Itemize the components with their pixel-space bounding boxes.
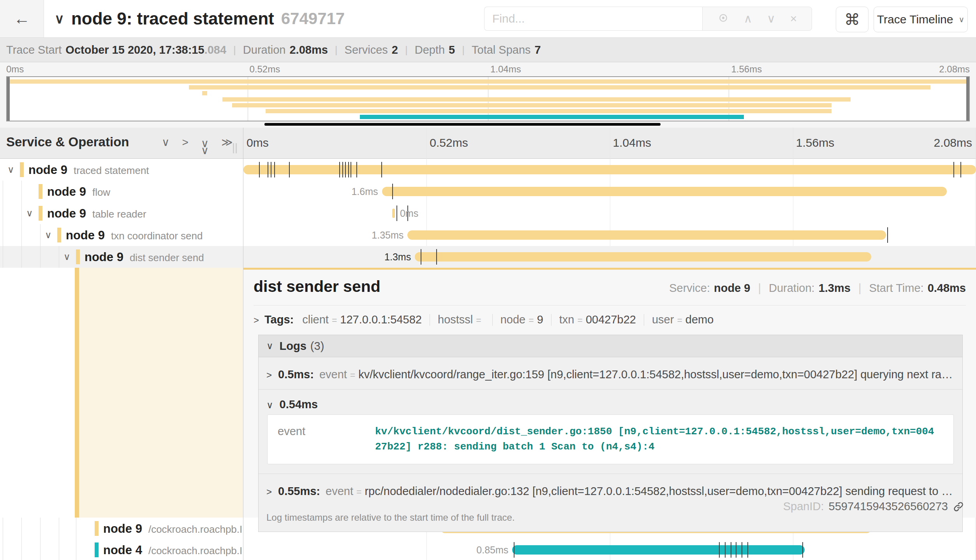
logs-header[interactable]: ∨ Logs (3) bbox=[259, 335, 962, 357]
meta-separator: | bbox=[758, 282, 761, 295]
timeline-tick-label: 2.08ms bbox=[934, 136, 972, 149]
trace-title-wrap: ∨ node 9: traced statement 6749717 bbox=[55, 0, 345, 37]
row-collapse-icon[interactable]: ∨ bbox=[7, 164, 14, 175]
column-headers: Service & Operation ∨ > ∨∨ ≫ 0ms0.52ms1.… bbox=[0, 128, 976, 159]
log-marker-tick bbox=[381, 162, 382, 177]
find-clear-icon[interactable]: × bbox=[790, 13, 797, 25]
log-entry-2-header[interactable]: ∨ 0.54ms bbox=[266, 390, 955, 412]
log-marker-tick bbox=[342, 162, 343, 177]
summary-value: 2.08ms bbox=[289, 44, 328, 56]
expand-all-icon[interactable]: ≫ bbox=[221, 137, 233, 155]
span-row-timeline-cell[interactable] bbox=[243, 159, 976, 181]
find-wrap: ∧ ∨ × bbox=[484, 7, 812, 32]
minimap-span bbox=[189, 85, 930, 90]
summary-value: 7 bbox=[535, 44, 541, 56]
span-bar[interactable] bbox=[392, 209, 395, 218]
tag-value: 127.0.0.1:54582 bbox=[340, 313, 422, 326]
operation-name: traced statement bbox=[74, 165, 149, 176]
find-prev-icon[interactable]: ∧ bbox=[743, 13, 752, 25]
summary-separator: | bbox=[405, 44, 408, 56]
tags-expander-icon[interactable]: > bbox=[254, 315, 259, 326]
trace-view-label: Trace Timeline bbox=[877, 13, 953, 26]
deep-link-icon[interactable] bbox=[953, 501, 964, 513]
service-color-strip bbox=[20, 162, 24, 177]
span-duration-label: 1.35ms bbox=[372, 230, 403, 241]
log-time: 0.5ms: bbox=[278, 368, 314, 381]
service-operation-header: Service & Operation bbox=[6, 135, 129, 149]
find-input[interactable] bbox=[484, 7, 702, 31]
span-bar[interactable] bbox=[243, 165, 976, 174]
minimap-span bbox=[360, 115, 744, 119]
minimap-scroll-indicator[interactable] bbox=[264, 123, 661, 126]
span-bar[interactable] bbox=[415, 252, 871, 262]
keyboard-shortcuts-button[interactable]: ⌘ bbox=[836, 7, 869, 32]
tag-equals: = bbox=[677, 315, 682, 326]
summary-label: Depth bbox=[415, 44, 445, 56]
column-resize-grip[interactable] bbox=[233, 143, 238, 153]
service-color-strip bbox=[57, 228, 61, 242]
collapse-one-icon[interactable]: ∨ bbox=[162, 137, 170, 155]
span-detail-title: dist sender send bbox=[254, 277, 381, 296]
span-row[interactable]: node 9flow1.6ms bbox=[0, 181, 976, 202]
tag-separator bbox=[551, 314, 551, 326]
span-row-timeline-cell[interactable]: 0.85ms bbox=[243, 539, 976, 560]
span-bar[interactable] bbox=[407, 230, 886, 240]
trace-view-selector[interactable]: Trace Timeline ∨ bbox=[874, 7, 968, 32]
span-detail-header[interactable]: dist sender send Service: node 9 | Durat… bbox=[243, 270, 976, 296]
find-next-icon[interactable]: ∨ bbox=[767, 13, 775, 25]
collapse-all-icon[interactable]: ∨∨ bbox=[201, 138, 209, 156]
expand-one-icon[interactable]: > bbox=[182, 137, 189, 155]
span-bar[interactable] bbox=[512, 545, 805, 555]
span-detail-panel: dist sender send Service: node 9 | Durat… bbox=[243, 268, 976, 518]
span-row[interactable]: ∨node 9dist sender send1.3ms bbox=[0, 246, 976, 268]
tags-row[interactable]: > Tags: client=127.0.0.1:54582hostssl=no… bbox=[243, 305, 976, 328]
span-row-name-cell: ∨node 9txn coordinator send bbox=[0, 224, 243, 246]
tag-equals: = bbox=[578, 315, 583, 326]
log-marker-tick bbox=[953, 162, 954, 177]
tag-separator bbox=[492, 314, 493, 326]
tag-equals: = bbox=[332, 315, 337, 326]
log-marker-tick bbox=[396, 205, 397, 221]
span-row[interactable]: node 4/cockroach.roachpb.I...0.85ms bbox=[0, 539, 976, 560]
span-row-timeline-cell[interactable]: 0ms bbox=[243, 202, 976, 224]
minimap-span bbox=[222, 97, 851, 102]
tag-item: hostssl= bbox=[438, 313, 484, 326]
back-button[interactable]: ← bbox=[0, 0, 44, 37]
minimap-tick-label: 2.08ms bbox=[939, 64, 970, 75]
minimap-drag-handle-right[interactable] bbox=[966, 77, 969, 121]
meta-separator: | bbox=[858, 282, 861, 295]
selected-span-band bbox=[75, 268, 243, 518]
panel-divider[interactable] bbox=[243, 128, 243, 560]
locate-icon[interactable] bbox=[717, 12, 729, 26]
span-row[interactable]: ∨node 9table reader0ms bbox=[0, 202, 976, 224]
title-collapse-icon[interactable]: ∨ bbox=[55, 11, 64, 26]
span-row-name-cell: node 9flow bbox=[0, 181, 243, 202]
span-row-timeline-cell[interactable]: 1.3ms bbox=[243, 246, 976, 268]
tag-value: demo bbox=[685, 313, 714, 326]
row-collapse-icon[interactable]: ∨ bbox=[45, 230, 52, 241]
span-row[interactable]: ∨node 9traced statement bbox=[0, 159, 976, 181]
timeline-tick-label: 0ms bbox=[247, 136, 269, 149]
span-bar[interactable] bbox=[382, 187, 947, 196]
minimap-drag-handle-left[interactable] bbox=[7, 77, 10, 121]
log-entry-1-line[interactable]: > 0.5ms: event = kv/kvclient/kvcoord/ran… bbox=[266, 357, 955, 389]
tag-key: client bbox=[302, 313, 329, 326]
row-collapse-icon[interactable]: ∨ bbox=[63, 251, 70, 262]
summary-label: Duration bbox=[243, 44, 286, 56]
log-time: 0.54ms bbox=[280, 398, 318, 411]
service-name: node 4/cockroach.roachpb.I... bbox=[103, 543, 243, 557]
row-collapse-icon[interactable]: ∨ bbox=[26, 208, 33, 219]
spanid-label: SpanID: bbox=[783, 500, 824, 513]
minimap-tick-label: 0.52ms bbox=[250, 64, 280, 75]
selected-span-color-strip bbox=[75, 268, 79, 518]
log-expander-icon: > bbox=[266, 486, 272, 497]
span-row-timeline-cell[interactable]: 1.6ms bbox=[243, 181, 976, 202]
span-row[interactable]: ∨node 9txn coordinator send1.35ms bbox=[0, 224, 976, 246]
minimap-canvas[interactable] bbox=[6, 76, 970, 121]
span-row-timeline-cell[interactable]: 1.35ms bbox=[243, 224, 976, 246]
service-label: Service: bbox=[669, 282, 710, 295]
minimap-span bbox=[202, 91, 207, 95]
tag-equals: = bbox=[476, 315, 481, 326]
tag-key: txn bbox=[559, 313, 574, 326]
operation-name: /cockroach.roachpb.I... bbox=[148, 545, 243, 556]
